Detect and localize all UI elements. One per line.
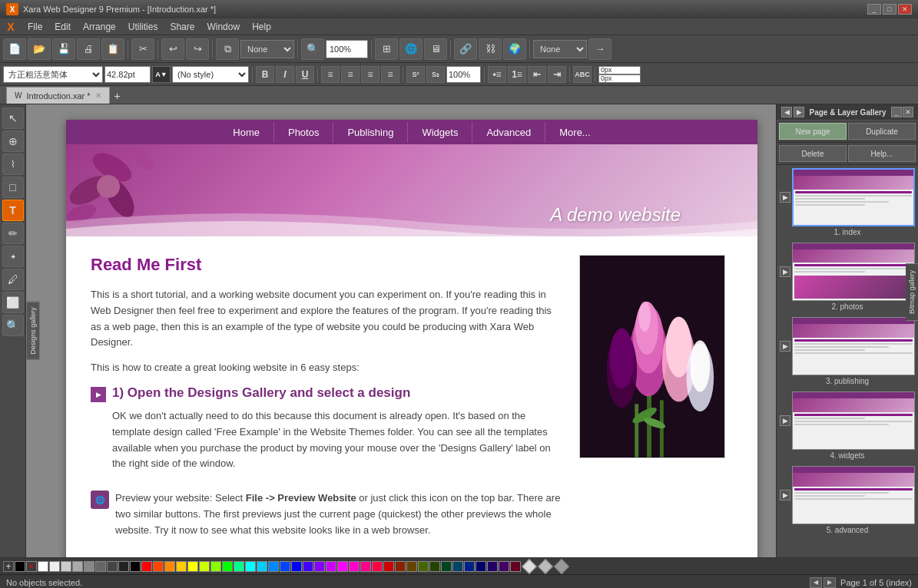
- color-blue[interactable]: [291, 561, 302, 572]
- nav-publishing[interactable]: Publishing: [333, 122, 408, 143]
- pen-tool[interactable]: ✏: [2, 223, 24, 244]
- menu-arrange[interactable]: Arrange: [77, 18, 122, 35]
- style-select[interactable]: (No style): [172, 66, 249, 83]
- designs-gallery-side-tab[interactable]: Designs gallery: [26, 302, 40, 360]
- color-yellow[interactable]: [187, 561, 198, 572]
- bitmap-gallery-tab-label[interactable]: Bitmap gallery: [906, 263, 918, 321]
- color-swatch[interactable]: [199, 561, 210, 572]
- color-swatch[interactable]: [487, 561, 498, 572]
- restore-button[interactable]: □: [883, 4, 896, 15]
- thumb-expand-3[interactable]: ▶: [780, 341, 790, 352]
- tab-close-button[interactable]: ✕: [95, 91, 101, 100]
- delete-button[interactable]: Delete: [779, 145, 847, 162]
- shape-tool[interactable]: □: [2, 177, 24, 198]
- snap-button[interactable]: ⊞: [375, 38, 398, 60]
- list-number-button[interactable]: 1≡: [508, 66, 526, 83]
- color-swatch[interactable]: [49, 561, 60, 572]
- node-tool[interactable]: ✦: [2, 246, 24, 267]
- close-button[interactable]: ✕: [898, 4, 912, 15]
- nav-more[interactable]: More...: [545, 122, 604, 143]
- menu-edit[interactable]: Edit: [48, 18, 77, 35]
- save-button[interactable]: 💾: [52, 38, 75, 60]
- color-none[interactable]: [15, 561, 25, 572]
- apply-button[interactable]: →: [588, 38, 611, 60]
- preview-site-button[interactable]: 🖥: [424, 38, 447, 60]
- color-diamond-1[interactable]: [522, 559, 537, 574]
- color-diamond-2[interactable]: [538, 559, 553, 574]
- secondary-select[interactable]: None: [533, 40, 587, 58]
- designs-gallery-tab-label[interactable]: Designs gallery: [26, 302, 40, 360]
- font-size-input[interactable]: [104, 66, 151, 83]
- link-button[interactable]: 🔗: [454, 38, 477, 60]
- window-controls[interactable]: _ □ ✕: [867, 4, 912, 15]
- redo-button[interactable]: ↪: [186, 38, 209, 60]
- duplicate-button[interactable]: Duplicate: [848, 123, 916, 140]
- nav-home[interactable]: Home: [219, 122, 274, 143]
- align-justify-button[interactable]: ≡: [381, 66, 399, 83]
- bitmap-gallery-side-panel[interactable]: Bitmap gallery: [906, 263, 918, 321]
- color-white[interactable]: [38, 561, 48, 572]
- align-center-button[interactable]: ≡: [341, 66, 360, 83]
- page-thumb-3[interactable]: ▶: [780, 317, 915, 385]
- copy-button[interactable]: 📋: [101, 38, 124, 60]
- status-icon-1[interactable]: ◀: [810, 577, 822, 588]
- thumb-expand-1[interactable]: ▶: [780, 192, 790, 203]
- clone-button[interactable]: ⧉: [216, 38, 239, 60]
- color-magenta[interactable]: [337, 561, 348, 572]
- color-swatch[interactable]: [268, 561, 279, 572]
- undo-button[interactable]: ↩: [161, 38, 184, 60]
- color-swatch[interactable]: [61, 561, 71, 572]
- color-swatch[interactable]: [84, 561, 94, 572]
- panel-minimize-button[interactable]: _: [891, 107, 902, 117]
- color-diamond-3[interactable]: [554, 559, 569, 574]
- color-swatch[interactable]: [418, 561, 429, 572]
- color-brown[interactable]: [406, 561, 417, 572]
- color-swatch[interactable]: [72, 561, 83, 572]
- link2-button[interactable]: ⛓: [479, 38, 502, 60]
- panel-prev-arrow[interactable]: ◀: [781, 107, 792, 117]
- color-swatch[interactable]: [303, 561, 313, 572]
- menu-window[interactable]: Window: [201, 18, 246, 35]
- align-left-button[interactable]: ≡: [321, 66, 340, 83]
- color-swatch[interactable]: [464, 561, 475, 572]
- color-swatch[interactable]: [95, 561, 106, 572]
- canvas-area[interactable]: Designs gallery Home Photos Publishing W…: [26, 104, 776, 557]
- color-swatch[interactable]: [257, 561, 267, 572]
- indent-more-button[interactable]: ⇥: [548, 66, 566, 83]
- color-swatch[interactable]: [130, 561, 141, 572]
- minimize-button[interactable]: _: [867, 4, 881, 15]
- print-button[interactable]: 🖨: [77, 38, 100, 60]
- zoom-tool[interactable]: ⊕: [2, 130, 24, 152]
- color-swatch[interactable]: [176, 561, 187, 572]
- color-orange[interactable]: [164, 561, 175, 572]
- nav-widgets[interactable]: Widgets: [408, 122, 472, 143]
- cut-button[interactable]: ✂: [131, 38, 154, 60]
- color-swatch[interactable]: [153, 561, 164, 572]
- blend-mode-select[interactable]: None: [240, 40, 294, 58]
- fill-tool[interactable]: 🖊: [2, 269, 24, 290]
- menu-help[interactable]: Help: [246, 18, 277, 35]
- search-tool[interactable]: 🔍: [2, 315, 24, 336]
- color-swatch[interactable]: [349, 561, 360, 572]
- color-add-button[interactable]: +: [3, 561, 14, 572]
- color-swatch[interactable]: [360, 561, 371, 572]
- color-swatch[interactable]: [372, 561, 383, 572]
- thumb-expand-4[interactable]: ▶: [780, 415, 790, 426]
- color-swatch[interactable]: [510, 561, 521, 572]
- blend-tool[interactable]: ⬜: [2, 292, 24, 313]
- new-button[interactable]: 📄: [3, 38, 26, 60]
- font-color-button[interactable]: A▼: [152, 66, 171, 83]
- open-button[interactable]: 📂: [28, 38, 51, 60]
- underline-button[interactable]: U: [296, 66, 314, 83]
- spell-check-button[interactable]: ABC: [573, 66, 592, 83]
- tab-introduction[interactable]: W Introduction.xar * ✕: [6, 87, 110, 104]
- menu-share[interactable]: Share: [164, 18, 201, 35]
- thumb-expand-2[interactable]: ▶: [780, 266, 790, 277]
- color-green[interactable]: [222, 561, 233, 572]
- subscript-button[interactable]: S₂: [426, 66, 445, 83]
- bold-button[interactable]: B: [256, 66, 274, 83]
- color-red[interactable]: [141, 561, 152, 572]
- menu-utilities[interactable]: Utilities: [122, 18, 164, 35]
- color-swatch[interactable]: [210, 561, 221, 572]
- color-swatch[interactable]: [383, 561, 394, 572]
